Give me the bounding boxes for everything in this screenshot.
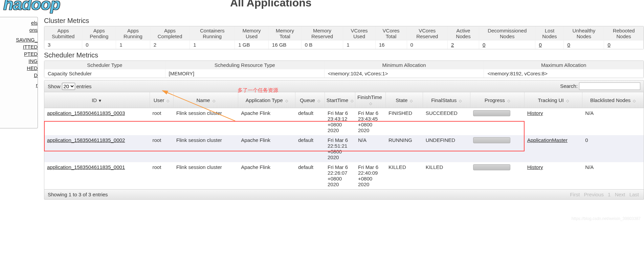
sidebar-link[interactable]: _SAVING [2, 36, 38, 43]
sidebar-link[interactable]: ING [2, 57, 38, 65]
metrics-link[interactable]: 0 [539, 42, 541, 48]
page-prev[interactable]: Previous [584, 192, 604, 197]
page-title: All Applications [230, 0, 312, 9]
metrics-header: VCores Total [376, 26, 407, 41]
column-header[interactable]: ID ▼ [44, 92, 150, 108]
datatable-controls: Show 20 entries Search: [44, 80, 644, 92]
column-header[interactable]: Tracking UI ◇ [525, 92, 583, 108]
metrics-value: 0 [604, 41, 644, 49]
page-current[interactable]: 1 [608, 192, 610, 197]
metrics-value: 1 [343, 41, 375, 49]
metrics-value: 2 [448, 41, 479, 49]
cell-final: UNDEFINED [423, 135, 470, 162]
table-row: application_1583504611835_0001rootFlink … [44, 162, 644, 189]
cell-user: root [150, 135, 174, 162]
cluster-metrics-table: Apps SubmittedApps PendingApps RunningAp… [44, 26, 644, 49]
table-row: application_1583504611835_0003rootFlink … [44, 108, 644, 135]
sidebar: els ons _SAVING ITTED PTED ING HED D r [0, 17, 38, 128]
metrics-header: Lost Nodes [535, 26, 564, 41]
metrics-value: 0 [535, 41, 564, 49]
cell-tracking: History [525, 162, 583, 189]
cell-queue: default [295, 135, 325, 162]
sidebar-link[interactable]: PTED [2, 50, 38, 57]
column-header[interactable]: State ◇ [386, 92, 423, 108]
sidebar-link[interactable]: HED [2, 65, 38, 72]
id-link[interactable]: application_1583504611835_0003 [47, 110, 125, 116]
column-header[interactable]: FinalStatus ◇ [423, 92, 470, 108]
metrics-value: 0 [564, 41, 604, 49]
metrics-header: Memory Total [269, 26, 302, 41]
cell-name: Flink session cluster [174, 108, 239, 135]
metrics-link[interactable]: 2 [451, 42, 454, 48]
applications-table: ID ▼User ◇Name ◇Application Type ◇Queue … [44, 92, 644, 190]
metrics-header: Minimum Allocation [325, 61, 484, 69]
metrics-value: 16 [376, 41, 407, 49]
column-header[interactable]: Queue ◇ [295, 92, 325, 108]
column-header[interactable]: FinishTime ◇ [355, 92, 386, 108]
page-next[interactable]: Next [615, 192, 625, 197]
sidebar-link[interactable]: ons [2, 26, 38, 33]
progress-bar [473, 110, 510, 116]
page-last[interactable]: Last [629, 192, 639, 197]
search-input[interactable] [579, 82, 640, 90]
cell-type: Apache Flink [238, 108, 295, 135]
sidebar-link[interactable]: els [2, 19, 38, 26]
column-header[interactable]: Application Type ◇ [238, 92, 295, 108]
cell-state: KILLED [386, 162, 423, 189]
metrics-header: Scheduler Type [44, 61, 165, 69]
metrics-link[interactable]: 0 [567, 42, 570, 48]
cell-start: Fri Mar 6 22:51:21 +0800 2020 [325, 135, 355, 162]
metrics-value: <memory:8192, vCores:8> [484, 69, 644, 78]
cell-state: RUNNING [386, 135, 423, 162]
cell-user: root [150, 108, 174, 135]
metrics-link[interactable]: 0 [483, 42, 485, 48]
cell-finish: Fri Mar 6 22:40:09 +0800 2020 [355, 162, 386, 189]
cell-progress [470, 108, 525, 135]
cell-user: root [150, 162, 174, 189]
cell-blacklist: N/A [582, 108, 644, 135]
pagination: First Previous 1 Next Last [569, 192, 640, 197]
metrics-value: 1 [190, 41, 235, 49]
column-header[interactable]: Progress ◇ [470, 92, 525, 108]
cell-blacklist: N/A [582, 162, 644, 189]
id-link[interactable]: application_1583504611835_0001 [47, 164, 125, 170]
search-label: Search: [560, 83, 578, 89]
metrics-value: 2 [150, 41, 190, 49]
tracking-link[interactable]: History [527, 110, 543, 116]
metrics-value: 3 [44, 41, 82, 49]
metrics-value: <memory:1024, vCores:1> [325, 69, 484, 78]
page-first[interactable]: First [570, 192, 580, 197]
metrics-value: 0 B [302, 41, 343, 49]
metrics-header: Unhealthy Nodes [564, 26, 604, 41]
metrics-header: Apps Pending [82, 26, 116, 41]
cell-final: KILLED [423, 162, 470, 189]
column-header[interactable]: User ◇ [150, 92, 174, 108]
cell-state: FINISHED [386, 108, 423, 135]
metrics-header: Rebooted Nodes [604, 26, 644, 41]
tracking-link[interactable]: History [527, 164, 543, 170]
sidebar-link[interactable]: r [2, 81, 38, 89]
metrics-header: Active Nodes [448, 26, 479, 41]
annotation-text: 多了一个任务资源 [238, 87, 278, 94]
column-header[interactable]: StartTime ◇ [325, 92, 355, 108]
column-header[interactable]: Name ◇ [174, 92, 239, 108]
hadoop-logo: hadoop [3, 0, 60, 14]
metrics-header: Containers Running [190, 26, 235, 41]
entries-label: entries [76, 83, 92, 89]
cell-finish: Fri Mar 6 23:43:45 +0800 2020 [355, 108, 386, 135]
sidebar-link[interactable]: ITTED [2, 43, 38, 50]
metrics-header: VCores Used [343, 26, 375, 41]
metrics-header: Memory Reserved [302, 26, 343, 41]
metrics-value: 1 [116, 41, 150, 49]
metrics-header: Decommissioned Nodes [479, 26, 535, 41]
tracking-link[interactable]: ApplicationMaster [527, 137, 568, 143]
metrics-header: VCores Reserved [407, 26, 448, 41]
id-link[interactable]: application_1583504611835_0002 [47, 137, 125, 143]
metrics-value: [MEMORY] [165, 69, 325, 78]
column-header[interactable]: Blacklisted Nodes ◇ [582, 92, 644, 108]
show-label: Show [48, 83, 61, 89]
entries-select[interactable]: 20 [62, 83, 75, 90]
table-row: application_1583504611835_0002rootFlink … [44, 135, 644, 162]
sidebar-link[interactable]: D [2, 72, 38, 79]
metrics-link[interactable]: 0 [607, 42, 610, 48]
